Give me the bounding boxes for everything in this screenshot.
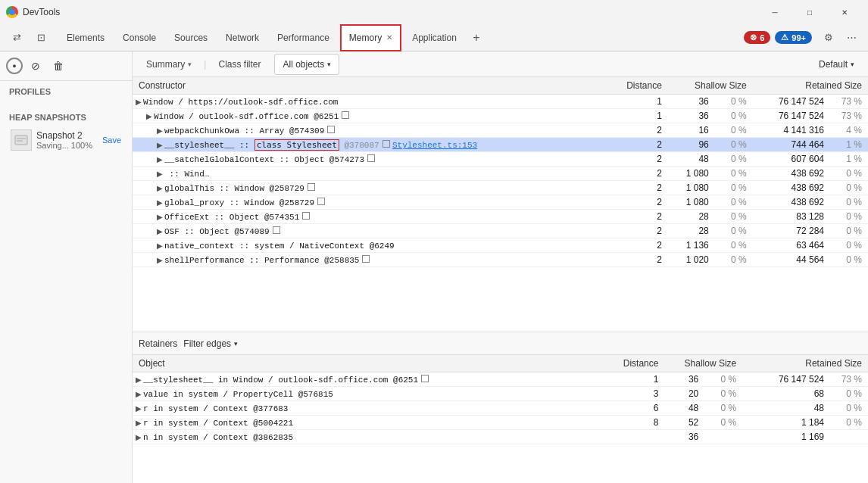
node-icon[interactable] <box>362 255 370 263</box>
table-row[interactable]: ▶OSF :: Object @5740892280 %72 2840 % <box>133 224 868 238</box>
maximize-button[interactable]: □ <box>792 0 827 24</box>
all-objects-select[interactable]: All objects ▾ <box>274 54 339 75</box>
sub-tab-classfilter[interactable]: Class filter <box>211 51 268 77</box>
tab-memory[interactable]: Memory ✕ <box>340 24 401 51</box>
table-row[interactable]: ▶n in system / Context @3862835361 169 <box>133 430 868 444</box>
tab-elements[interactable]: Elements <box>58 24 114 51</box>
col-retained-header[interactable]: Retained Size <box>753 77 868 95</box>
tab-console[interactable]: Console <box>114 24 165 51</box>
default-select[interactable]: Default ▾ <box>811 54 862 75</box>
tree-arrow[interactable]: ▶ <box>136 375 142 384</box>
node-icon[interactable] <box>421 375 429 382</box>
back-forward-button[interactable]: ⇄ <box>6 27 27 48</box>
tree-arrow[interactable]: ▶ <box>157 198 163 207</box>
table-row[interactable]: ▶__satchelGlobalContext :: Object @57427… <box>133 152 868 167</box>
ret-retained-pct-cell: 0 % <box>830 401 868 416</box>
ret-col-object-header[interactable]: Object <box>133 355 592 372</box>
tree-arrow[interactable]: ▶ <box>157 227 163 235</box>
default-chevron: ▾ <box>851 61 854 68</box>
col-distance-header[interactable]: Distance <box>604 77 668 95</box>
dock-button[interactable]: ⊡ <box>30 27 52 48</box>
tab-performance[interactable]: Performance <box>268 24 339 51</box>
heap-table-wrapper: Constructor Distance Shallow Size Retain… <box>133 77 868 332</box>
snapshot-item[interactable]: Snapshot 2 Saving... 100% Save <box>6 126 126 154</box>
constructor-text: webpackChunkOwa :: Array @574309 <box>164 126 324 136</box>
tree-arrow[interactable]: ▶ <box>157 126 163 135</box>
tree-arrow[interactable]: ▶ <box>136 433 142 441</box>
node-icon[interactable] <box>302 212 310 220</box>
tree-arrow[interactable]: ▶ <box>157 213 163 221</box>
tab-application[interactable]: Application <box>403 24 466 51</box>
retained-pct-cell: 0 % <box>830 224 868 238</box>
retained-cell: 44 564 <box>753 253 830 267</box>
table-row[interactable]: ▶r in system / Context @50042218520 %1 1… <box>133 416 868 430</box>
memory-tab-close[interactable]: ✕ <box>386 33 392 42</box>
table-row[interactable]: ▶value in system / PropertyCell @5768153… <box>133 387 868 401</box>
tree-arrow[interactable]: ▶ <box>157 242 163 250</box>
ret-distance-cell: 3 <box>592 387 664 401</box>
source-link[interactable]: Stylesheet.ts:153 <box>392 141 477 150</box>
table-row[interactable]: ▶ :: Wind…21 0800 %438 6920 % <box>133 167 868 181</box>
tree-arrow[interactable]: ▶ <box>146 112 152 120</box>
table-row[interactable]: ▶globalThis :: Window @25872921 0800 %43… <box>133 181 868 195</box>
node-icon[interactable] <box>317 198 325 205</box>
col-shallow-header[interactable]: Shallow Size <box>668 77 753 95</box>
ret-col-distance-header[interactable]: Distance <box>592 355 664 372</box>
ret-col-retained-header[interactable]: Retained Size <box>742 355 868 372</box>
close-button[interactable]: ✕ <box>827 0 862 24</box>
ret-col-shallow-header[interactable]: Shallow Size <box>664 355 742 372</box>
table-row[interactable]: ▶Window / outlook-sdf.office.com @625113… <box>133 109 868 123</box>
table-row[interactable]: ▶OfficeExt :: Object @5743512280 %83 128… <box>133 210 868 224</box>
node-icon[interactable] <box>342 111 349 119</box>
tree-arrow[interactable]: ▶ <box>136 419 142 427</box>
tree-arrow[interactable]: ▶ <box>157 170 163 178</box>
toolbar-icons: ⚙ ⋯ <box>818 27 862 48</box>
ret-shallow-cell: 20 <box>664 387 704 401</box>
sub-tab-summary[interactable]: Summary ▾ <box>139 51 199 77</box>
error-badge[interactable]: ⊗ 6 <box>744 31 770 44</box>
shallow-pct-cell: 0 % <box>715 181 753 195</box>
ret-shallow-cell: 48 <box>664 401 704 416</box>
node-icon[interactable] <box>273 226 280 234</box>
warning-badge[interactable]: ⚠ 99+ <box>775 31 812 44</box>
table-row[interactable]: ▶Window / https://outlook-sdf.office.com… <box>133 95 868 109</box>
tab-bar: ⇄ ⊡ Elements Console Sources Network Per… <box>0 24 868 51</box>
table-row[interactable]: ▶native_context :: system / NativeContex… <box>133 238 868 253</box>
warning-icon: ⚠ <box>781 33 788 42</box>
object-cell: ▶value in system / PropertyCell @576815 <box>133 387 592 401</box>
minimize-button[interactable]: ─ <box>757 0 792 24</box>
shallow-pct-cell: 0 % <box>715 253 753 267</box>
table-row[interactable]: ▶__stylesheet__ in Window / outlook-sdf.… <box>133 372 868 387</box>
table-row[interactable]: ▶r in system / Context @3776836480 %480 … <box>133 401 868 416</box>
tree-arrow[interactable]: ▶ <box>136 98 142 106</box>
add-tab-button[interactable]: + <box>466 27 487 48</box>
snapshot-icon <box>11 129 32 151</box>
tree-arrow[interactable]: ▶ <box>157 155 163 164</box>
retained-cell: 607 604 <box>753 152 830 167</box>
table-row[interactable]: ▶webpackChunkOwa :: Array @5743092160 %4… <box>133 123 868 138</box>
table-row[interactable]: ▶shellPerformance :: Performance @258835… <box>133 253 868 267</box>
tree-arrow[interactable]: ▶ <box>157 256 163 264</box>
shallow-pct-cell: 0 % <box>715 123 753 138</box>
tab-sources[interactable]: Sources <box>165 24 217 51</box>
customize-button[interactable]: ⚙ <box>818 27 839 48</box>
stop-button[interactable]: ⊘ <box>26 56 45 76</box>
save-link[interactable]: Save <box>102 136 121 145</box>
snapshot-info: Snapshot 2 Saving... 100% <box>36 130 98 150</box>
tab-network[interactable]: Network <box>217 24 268 51</box>
tree-arrow[interactable]: ▶ <box>136 404 142 413</box>
node-icon[interactable] <box>327 126 335 133</box>
record-button[interactable]: ● <box>6 58 23 74</box>
node-icon[interactable] <box>367 154 375 162</box>
node-icon[interactable] <box>382 140 390 148</box>
tree-arrow[interactable]: ▶ <box>157 141 163 149</box>
more-button[interactable]: ⋯ <box>841 27 862 48</box>
filter-edges[interactable]: Filter edges ▾ <box>183 338 238 349</box>
col-constructor-header[interactable]: Constructor <box>133 77 604 95</box>
table-row[interactable]: ▶__stylesheet__ :: class Stylesheet @378… <box>133 138 868 152</box>
clear-button[interactable]: 🗑 <box>48 56 68 76</box>
table-row[interactable]: ▶global_proxy :: Window @25872921 0800 %… <box>133 195 868 210</box>
node-icon[interactable] <box>308 183 315 191</box>
tree-arrow[interactable]: ▶ <box>136 390 142 398</box>
tree-arrow[interactable]: ▶ <box>157 184 163 192</box>
